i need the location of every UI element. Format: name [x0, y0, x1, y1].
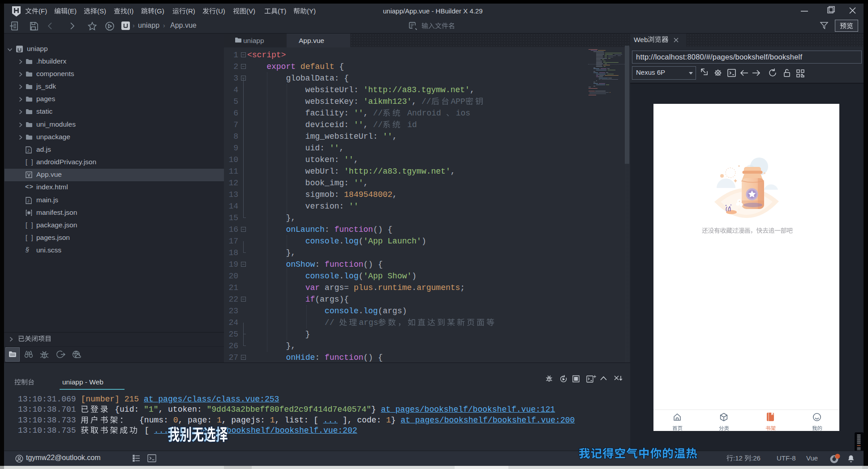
- svg-text:J: J: [27, 148, 30, 153]
- svg-text:J: J: [27, 199, 30, 203]
